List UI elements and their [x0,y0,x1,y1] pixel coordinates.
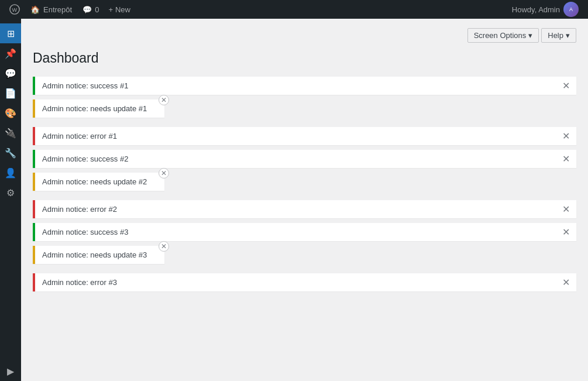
dismiss-icon: ✕ [161,169,167,177]
notice-text: Admin notice: success #3 [42,228,128,236]
sidebar-item-settings[interactable]: ⚙ [0,183,21,202]
content-area: Screen Options ▾ Help ▾ Dashboard Admin … [21,19,588,308]
page-wrap: Dashboard Admin notice: success #1 ✕ Adm… [33,50,576,291]
sidebar-item-plugins[interactable]: 🔌 [0,123,21,143]
howdy-menu[interactable]: Howdy, Admin A [507,2,583,17]
plus-icon: + [108,5,113,14]
dismiss-icon: ✕ [562,204,570,215]
notice-error-3: Admin notice: error #3 ✕ [33,273,576,291]
notice-dismiss-warning-2[interactable]: ✕ [159,168,169,179]
wp-logo[interactable]: W [5,4,25,15]
notice-warning-3: Admin notice: needs update #3 [33,246,164,264]
screen-options-chevron-icon: ▾ [528,31,532,40]
notice-text: Admin notice: success #2 [42,155,128,163]
notice-text: Admin notice: error #1 [42,132,117,140]
comments-icon: 💬 [5,68,16,79]
dismiss-icon: ✕ [161,96,167,104]
comments-link[interactable]: 💬 0 [78,5,104,14]
notice-dismiss-warning-1[interactable]: ✕ [159,95,169,105]
notice-warning-1-wrapper: Admin notice: needs update #1 ✕ [33,99,164,122]
tools-icon: 🔧 [5,147,16,159]
page-title: Dashboard [33,50,576,67]
right-section: Howdy, Admin A [507,2,583,17]
notice-warning-1: Admin notice: needs update #1 [33,99,164,118]
notice-text: Admin notice: error #3 [42,278,117,287]
help-label: Help [548,31,563,40]
avatar: A [563,2,579,17]
notice-warning-3-wrapper: Admin notice: needs update #3 ✕ [33,246,164,269]
notice-success-3: Admin notice: success #3 ✕ [33,223,576,241]
dismiss-icon: ✕ [562,131,570,142]
notice-error-1: Admin notice: error #1 ✕ [33,127,576,145]
media-icon: ▶ [7,366,14,377]
plugins-icon: 🔌 [5,128,16,139]
dismiss-icon: ✕ [562,80,570,91]
main-content: Screen Options ▾ Help ▾ Dashboard Admin … [21,19,588,381]
help-button[interactable]: Help ▾ [541,28,576,43]
notice-success-2: Admin notice: success #2 ✕ [33,150,576,168]
sidebar-item-appearance[interactable]: 🎨 [0,103,21,123]
help-chevron-icon: ▾ [566,31,570,40]
admin-bar: W 🏠 Entrepôt 💬 0 + New Howdy, Admin A [0,0,588,19]
sidebar-item-users[interactable]: 👤 [0,163,21,183]
notice-text: Admin notice: success #1 [42,81,128,90]
notice-dismiss-error-1[interactable]: ✕ [560,130,572,142]
sidebar-item-pages[interactable]: 📄 [0,83,21,103]
notice-dismiss-error-2[interactable]: ✕ [560,203,572,215]
notice-dismiss-1[interactable]: ✕ [560,80,572,91]
admin-sidebar: ⊞ 📌 💬 📄 🎨 🔌 🔧 👤 ⚙ ▶ [0,19,21,381]
house-icon: 🏠 [30,5,40,14]
notice-dismiss-warning-3[interactable]: ✕ [159,241,169,252]
notice-success-1: Admin notice: success #1 ✕ [33,77,576,95]
notice-dismiss-success-2[interactable]: ✕ [560,153,572,164]
dismiss-icon: ✕ [562,226,570,238]
notice-text: Admin notice: needs update #2 [42,177,147,186]
pages-icon: 📄 [5,88,16,99]
howdy-label: Howdy, Admin [512,5,560,14]
notice-text: Admin notice: needs update #3 [42,250,147,259]
comment-icon: 💬 [82,5,92,14]
notice-warning-2: Admin notice: needs update #2 [33,173,164,191]
appearance-icon: 🎨 [5,108,16,119]
dismiss-icon: ✕ [562,153,570,164]
notice-error-2: Admin notice: error #2 ✕ [33,200,576,218]
settings-icon: ⚙ [6,187,15,198]
notice-dismiss-error-3[interactable]: ✕ [560,276,572,288]
dismiss-icon: ✕ [161,242,167,250]
dashboard-icon: ⊞ [7,28,15,39]
sidebar-item-media[interactable]: ▶ [0,361,21,381]
posts-icon: 📌 [5,48,16,59]
screen-options-label: Screen Options [474,31,527,40]
site-name[interactable]: 🏠 Entrepôt [25,5,78,14]
comments-count: 0 [95,5,99,14]
screen-options-button[interactable]: Screen Options ▾ [467,28,539,43]
site-name-label: Entrepôt [43,5,72,14]
notice-text: Admin notice: needs update #1 [42,104,147,113]
dismiss-icon: ✕ [562,277,570,288]
sidebar-item-dashboard[interactable]: ⊞ [0,23,21,43]
notice-dismiss-success-3[interactable]: ✕ [560,226,572,238]
sidebar-item-comments[interactable]: 💬 [0,63,21,83]
new-link[interactable]: + New [104,5,135,14]
notice-text: Admin notice: error #2 [42,205,117,214]
new-label: New [115,5,130,14]
svg-text:W: W [12,7,18,13]
sidebar-item-tools[interactable]: 🔧 [0,143,21,163]
notice-warning-2-wrapper: Admin notice: needs update #2 ✕ [33,173,164,195]
screen-meta-links: Screen Options ▾ Help ▾ [33,25,576,45]
sidebar-item-posts[interactable]: 📌 [0,43,21,63]
users-icon: 👤 [5,167,16,179]
